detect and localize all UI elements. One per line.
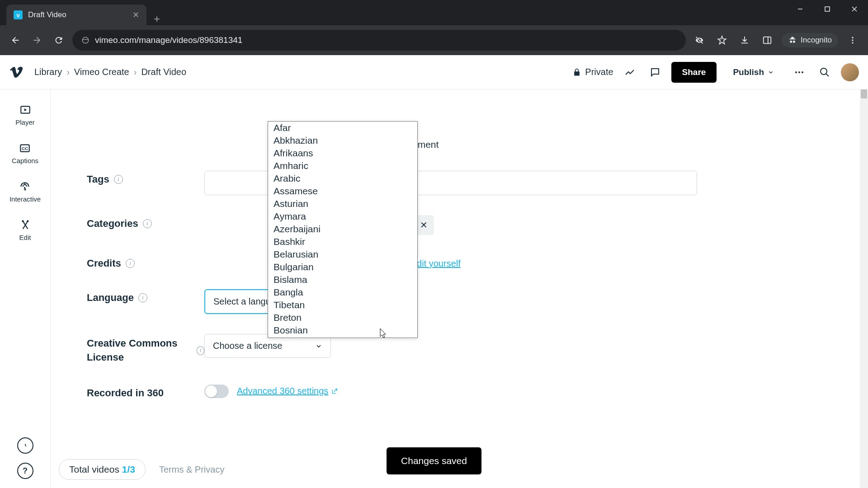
side-panel-icon[interactable] — [759, 32, 775, 48]
chip-remove-button[interactable]: ✕ — [420, 220, 428, 230]
info-icon[interactable]: i — [138, 293, 147, 302]
more-button[interactable] — [790, 63, 808, 81]
terms-link[interactable]: Terms & Privacy — [159, 465, 224, 475]
publish-button[interactable]: Publish — [724, 62, 783, 83]
chevron-down-icon — [315, 343, 322, 350]
language-option[interactable]: Bulgarian — [268, 261, 417, 273]
sidebar-item-interactive[interactable]: Interactive — [9, 181, 41, 203]
external-link-icon — [331, 388, 338, 395]
bookmark-star-icon[interactable] — [714, 32, 730, 48]
svg-point-21 — [22, 220, 24, 222]
language-option[interactable]: Afrikaans — [268, 147, 417, 160]
svg-point-15 — [802, 71, 803, 73]
svg-point-22 — [27, 220, 28, 222]
language-option[interactable]: Bislama — [268, 273, 417, 286]
vimeo-logo[interactable] — [9, 65, 24, 80]
breadcrumb-current: Draft Video — [141, 67, 186, 77]
language-dropdown: AfarAbkhazianAfrikaansAmharicArabicAssam… — [268, 121, 418, 338]
info-icon[interactable]: i — [126, 259, 135, 268]
sidebar-clock-button[interactable] — [17, 437, 33, 454]
total-videos-label: Total videos — [69, 464, 122, 474]
analytics-button[interactable] — [621, 63, 639, 81]
language-option[interactable]: Breton — [268, 311, 417, 324]
downloads-icon[interactable] — [736, 32, 753, 48]
svg-point-16 — [821, 68, 827, 75]
breadcrumb-library[interactable]: Library — [34, 67, 62, 77]
sidebar-item-player[interactable]: Player — [15, 104, 35, 126]
new-tab-button[interactable]: + — [146, 13, 167, 25]
eye-blocked-icon[interactable] — [691, 32, 708, 48]
svg-rect-5 — [83, 39, 88, 40]
sidebar-label: Player — [15, 118, 35, 126]
svg-point-14 — [798, 71, 800, 73]
share-button[interactable]: Share — [671, 62, 717, 83]
comments-button[interactable] — [646, 63, 664, 81]
sidebar-label: Captions — [12, 157, 38, 164]
lock-icon — [572, 68, 581, 77]
svg-point-4 — [82, 37, 89, 43]
site-info-icon — [81, 36, 90, 44]
recorded-360-toggle[interactable] — [204, 385, 229, 398]
language-option[interactable]: Catalan — [268, 337, 417, 338]
sidebar-item-edit[interactable]: Edit — [19, 219, 31, 241]
chevron-down-icon — [768, 69, 774, 75]
language-option[interactable]: Aymara — [268, 210, 417, 223]
app-header: Library › Vimeo Create › Draft Video Pri… — [0, 55, 868, 89]
footer: Total videos 1/3 Terms & Privacy — [59, 459, 224, 480]
svg-point-11 — [852, 39, 853, 41]
reload-button[interactable] — [51, 32, 67, 48]
chevron-right-icon: › — [66, 67, 70, 77]
language-label: Languagei — [87, 289, 204, 304]
sidebar-label: Interactive — [9, 195, 41, 203]
language-option[interactable]: Azerbaijani — [268, 223, 417, 235]
browser-chrome: v Draft Video ✕ + vimeo.com/manage/video… — [0, 0, 868, 55]
content-scrollbar[interactable] — [860, 89, 868, 488]
chevron-right-icon: › — [134, 67, 137, 77]
breadcrumb-create[interactable]: Vimeo Create — [74, 67, 129, 77]
vimeo-favicon: v — [14, 10, 23, 19]
language-option[interactable]: Assamese — [268, 185, 417, 197]
incognito-badge[interactable]: Incognito — [782, 33, 838, 47]
svg-rect-1 — [825, 7, 830, 11]
language-list[interactable]: AfarAbkhazianAfrikaansAmharicArabicAssam… — [268, 122, 417, 338]
language-option[interactable]: Amharic — [268, 160, 417, 172]
search-button[interactable] — [816, 63, 834, 81]
language-option[interactable]: Bangla — [268, 286, 417, 299]
recorded-360-label: Recorded in 360 — [87, 385, 204, 399]
language-option[interactable]: Arabic — [268, 172, 417, 185]
tags-label: Tagsi — [87, 171, 204, 185]
changes-saved-toast: Changes saved — [387, 447, 481, 474]
info-icon[interactable]: i — [197, 346, 204, 355]
info-icon[interactable]: i — [114, 175, 123, 184]
tab-close-button[interactable]: ✕ — [132, 10, 139, 20]
info-icon[interactable]: i — [143, 219, 152, 228]
license-placeholder: Choose a license — [213, 341, 282, 351]
language-option[interactable]: Bosnian — [268, 324, 417, 337]
language-option[interactable]: Asturian — [268, 197, 417, 210]
privacy-label: Private — [585, 67, 613, 77]
language-option[interactable]: Bashkir — [268, 235, 417, 248]
language-option[interactable]: Abkhazian — [268, 134, 417, 147]
sidebar-help-button[interactable]: ? — [17, 463, 33, 479]
avatar[interactable] — [841, 63, 859, 81]
svg-text:CC: CC — [22, 146, 28, 151]
tab-strip: v Draft Video ✕ + — [0, 0, 868, 25]
window-close-button[interactable] — [841, 0, 868, 18]
window-minimize-button[interactable] — [787, 0, 814, 18]
language-option[interactable]: Belarusian — [268, 248, 417, 261]
back-button[interactable] — [7, 32, 24, 48]
forward-button[interactable] — [29, 32, 45, 48]
browser-tab[interactable]: v Draft Video ✕ — [6, 5, 146, 25]
advanced-360-link[interactable]: Advanced 360 settings — [237, 386, 338, 396]
language-option[interactable]: Tibetan — [268, 299, 417, 311]
language-option[interactable]: Afar — [268, 122, 417, 134]
video-count-badge[interactable]: Total videos 1/3 — [59, 459, 146, 480]
sidebar-item-captions[interactable]: CC Captions — [12, 142, 38, 164]
breadcrumb: Library › Vimeo Create › Draft Video — [34, 67, 186, 77]
address-bar[interactable]: vimeo.com/manage/videos/896381341 — [72, 30, 686, 51]
privacy-button[interactable]: Private — [572, 67, 613, 77]
svg-point-10 — [852, 37, 853, 38]
svg-point-12 — [852, 42, 853, 43]
window-maximize-button[interactable] — [814, 0, 841, 18]
browser-menu-button[interactable] — [844, 32, 861, 48]
